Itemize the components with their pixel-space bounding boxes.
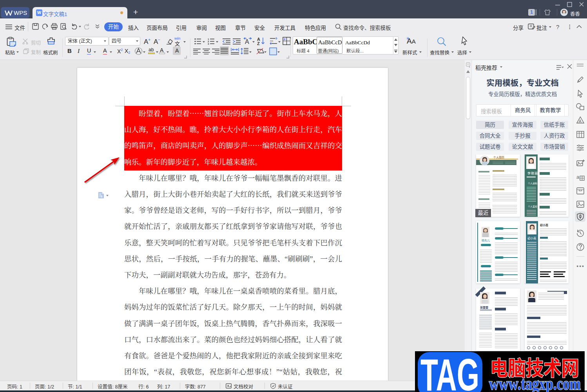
svg-text:www.tagxp.com: www.tagxp.com xyxy=(489,374,581,392)
svg-text:TAG: TAG xyxy=(420,351,479,392)
svg-text:A: A xyxy=(245,38,249,45)
svg-text:A: A xyxy=(579,119,582,123)
svg-text:F: F xyxy=(284,38,286,41)
svg-text:a: a xyxy=(576,174,580,180)
svg-text:3: 3 xyxy=(208,43,209,45)
svg-text:Z: Z xyxy=(257,41,260,45)
